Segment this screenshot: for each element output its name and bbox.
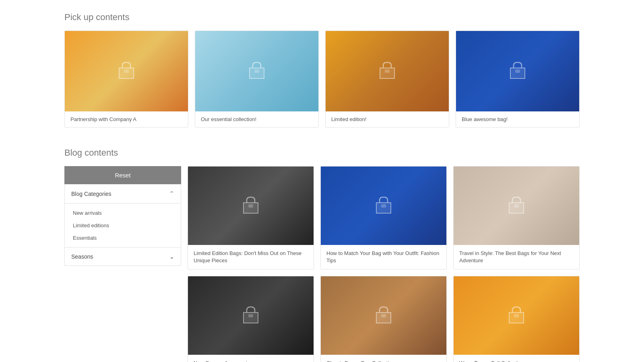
filter-item-essentials[interactable]: Essentials — [65, 232, 181, 244]
pickup-card-label: Limited edition! — [326, 111, 449, 127]
pickup-card-image — [456, 31, 579, 111]
pickup-title: Pick up contents — [64, 12, 580, 23]
blog-card[interactable]: Warm Tones: Fall Collection — [453, 276, 580, 362]
blog-card-image — [454, 167, 579, 245]
categories-label: Blog Categories — [71, 191, 111, 197]
pickup-card-image — [65, 31, 188, 111]
seasons-header[interactable]: Seasons ⌄ — [65, 248, 181, 265]
blog-card-label: Travel in Style: The Best Bags for Your … — [454, 245, 579, 269]
pickup-card-label: Our essential collection! — [195, 111, 318, 127]
filter-group-categories: Blog Categories ⌃ New arrivals Limited e… — [64, 184, 181, 266]
svg-rect-8 — [381, 314, 386, 317]
blog-card-image — [188, 276, 314, 355]
blog-grid: Limited Edition Bags: Don't Miss Out on … — [188, 166, 580, 362]
filter-item-new-arrivals[interactable]: New arrivals — [65, 207, 181, 219]
pickup-card-image — [195, 31, 318, 111]
blog-card[interactable]: Limited Edition Bags: Don't Miss Out on … — [188, 166, 314, 269]
blog-section: Blog contents Reset Blog Categories ⌃ Ne… — [64, 148, 580, 362]
svg-rect-0 — [124, 70, 129, 73]
blog-title: Blog contents — [64, 148, 580, 158]
pickup-card[interactable]: Limited edition! — [325, 31, 449, 128]
page-wrapper: Pick up contents Partnership with Compan… — [32, 0, 612, 362]
blog-card-label: Limited Edition Bags: Don't Miss Out on … — [188, 245, 314, 269]
categories-chevron-icon: ⌃ — [169, 190, 174, 197]
pickup-card[interactable]: Partnership with Company A — [64, 31, 188, 128]
svg-rect-9 — [514, 314, 519, 317]
svg-rect-4 — [248, 204, 253, 208]
filter-item-limited-editions[interactable]: Limited editions — [65, 219, 181, 232]
seasons-label: Seasons — [71, 253, 93, 260]
blog-card-image — [321, 167, 446, 245]
blog-card-image — [321, 276, 446, 355]
blog-card-label: How to Match Your Bag with Your Outfit: … — [321, 245, 446, 269]
blog-card-label: Classic Brown Bag Collection — [321, 355, 446, 362]
pickup-card-label: Partnership with Company A — [65, 111, 188, 127]
blog-card[interactable]: Travel in Style: The Best Bags for Your … — [453, 166, 580, 269]
blog-card-image — [188, 167, 314, 245]
pickup-card-label: Blue awesome bag! — [456, 111, 579, 127]
pickup-card[interactable]: Our essential collection! — [195, 31, 319, 128]
reset-button[interactable]: Reset — [64, 166, 181, 184]
blog-sidebar: Reset Blog Categories ⌃ New arrivals Lim… — [64, 166, 181, 266]
svg-rect-7 — [248, 314, 253, 317]
pickup-card[interactable]: Blue awesome bag! — [456, 31, 580, 128]
pickup-grid: Partnership with Company A Our essential… — [64, 31, 580, 128]
blog-card-label: Warm Tones: Fall Collection — [454, 355, 579, 362]
categories-header[interactable]: Blog Categories ⌃ — [65, 184, 181, 204]
svg-rect-2 — [385, 70, 390, 73]
blog-layout: Reset Blog Categories ⌃ New arrivals Lim… — [64, 166, 580, 362]
blog-card[interactable]: Classic Brown Bag Collection — [320, 276, 447, 362]
blog-card[interactable]: How to Match Your Bag with Your Outfit: … — [320, 166, 447, 269]
svg-rect-5 — [381, 204, 386, 208]
svg-rect-1 — [254, 70, 259, 73]
blog-card[interactable]: New Season Accessories — [188, 276, 314, 362]
blog-card-label: New Season Accessories — [188, 355, 314, 362]
blog-card-image — [454, 276, 579, 355]
svg-rect-3 — [515, 70, 520, 73]
pickup-card-image — [326, 31, 449, 111]
seasons-chevron-icon: ⌄ — [169, 253, 174, 260]
pickup-section: Pick up contents Partnership with Compan… — [64, 12, 580, 128]
categories-items: New arrivals Limited editions Essentials — [65, 204, 181, 248]
svg-rect-6 — [514, 204, 519, 208]
